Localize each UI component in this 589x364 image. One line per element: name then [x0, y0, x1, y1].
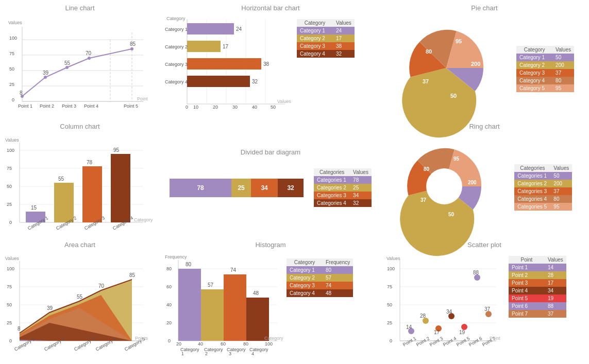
- divbar-legend: CategoriesValues Categories 178 Categori…: [314, 168, 372, 207]
- svg-text:100: 100: [7, 148, 14, 153]
- svg-text:Category: Category: [264, 336, 283, 341]
- svg-text:55: 55: [77, 294, 83, 300]
- divbar-chart-cell: Divided bar diagram 78 25 34 32 Categori…: [160, 118, 381, 237]
- histogram-svg: Frequency 0 20 40 60 80 80: [164, 251, 282, 351]
- histogram-title: Histogram: [164, 241, 377, 249]
- svg-text:50: 50: [7, 184, 12, 189]
- svg-text:0: 0: [9, 220, 12, 225]
- svg-text:Point 6: Point 6: [468, 336, 483, 348]
- svg-text:80: 80: [166, 266, 172, 271]
- svg-text:3: 3: [229, 351, 231, 356]
- svg-text:Point: Point: [137, 96, 148, 101]
- svg-text:0: 0: [390, 338, 392, 343]
- svg-text:8: 8: [20, 90, 23, 96]
- svg-text:70: 70: [98, 283, 105, 289]
- svg-text:19: 19: [459, 330, 465, 335]
- line-chart-svg: Values 0 25 50 75 100: [4, 14, 154, 109]
- svg-text:Category: Category: [134, 217, 153, 222]
- scatter-chart-title: Scatter plot: [385, 241, 583, 249]
- svg-text:17: 17: [223, 44, 229, 49]
- svg-text:100: 100: [265, 341, 273, 346]
- svg-text:80: 80: [424, 166, 430, 172]
- svg-text:85: 85: [130, 41, 136, 47]
- svg-text:200: 200: [468, 180, 477, 185]
- svg-text:Point 2: Point 2: [415, 336, 430, 348]
- svg-text:Category: Category: [166, 16, 186, 21]
- histogram-cell: Histogram Frequency 0 20 40 60 80: [160, 237, 381, 360]
- pie-legend: CategoryValues Category 150 Category 220…: [516, 46, 574, 92]
- svg-text:57: 57: [208, 282, 214, 288]
- histogram-legend: CategoryFrequency Category 180 Category …: [287, 258, 353, 297]
- svg-text:50: 50: [448, 212, 455, 217]
- svg-rect-46: [187, 41, 221, 52]
- svg-text:Point 3: Point 3: [429, 336, 444, 348]
- svg-text:0: 0: [186, 105, 188, 110]
- svg-text:Point 5: Point 5: [124, 103, 138, 109]
- svg-text:0: 0: [9, 338, 12, 343]
- svg-text:75: 75: [387, 284, 392, 289]
- line-y-label: Values: [8, 20, 22, 25]
- svg-text:50: 50: [387, 302, 392, 307]
- svg-text:32: 32: [252, 79, 258, 84]
- area-chart-title: Area chart: [4, 241, 156, 249]
- svg-rect-75: [54, 183, 74, 222]
- svg-text:50: 50: [271, 105, 276, 110]
- pie-chart-cell: Pie chart: [381, 0, 587, 118]
- svg-text:Point 1: Point 1: [18, 103, 32, 109]
- svg-text:Values: Values: [386, 256, 400, 261]
- svg-text:24: 24: [236, 26, 242, 32]
- svg-text:30: 30: [232, 105, 238, 110]
- svg-text:10: 10: [193, 105, 198, 110]
- svg-rect-79: [111, 154, 130, 222]
- svg-text:0: 0: [168, 338, 171, 343]
- line-chart-cell: Line chart Values 0 25 50 75 100: [0, 0, 160, 118]
- hbar-legend: CategoryValues Category 124 Category 217…: [297, 19, 355, 58]
- svg-text:Point 1: Point 1: [402, 336, 417, 348]
- svg-text:0: 0: [12, 97, 14, 102]
- svg-text:25: 25: [9, 82, 14, 87]
- svg-text:74: 74: [230, 267, 237, 273]
- hbar-chart-svg: Category 0 10 20 30 40 50 2: [164, 14, 293, 109]
- svg-point-15: [44, 76, 47, 79]
- svg-text:Category 2: Category 2: [165, 44, 188, 49]
- svg-text:80: 80: [243, 341, 248, 346]
- divided-bar: 78 25 34 32: [170, 179, 304, 197]
- ring-chart-cell: Ring chart 200 50 37: [381, 118, 587, 237]
- svg-text:Category 3: Category 3: [165, 62, 188, 67]
- svg-text:60: 60: [221, 341, 226, 346]
- svg-text:38: 38: [263, 61, 270, 67]
- svg-text:25: 25: [7, 202, 12, 207]
- svg-text:4: 4: [251, 351, 254, 356]
- hbar-chart-title: Horizontal bar chart: [164, 4, 377, 12]
- ring-chart-svg: 200 50 37 80 95: [397, 140, 492, 235]
- pie-chart-svg: 200 50 37 80 95: [395, 22, 498, 117]
- svg-text:Points: Points: [135, 336, 148, 341]
- ring-chart-title: Ring chart: [385, 123, 583, 130]
- svg-text:39: 39: [43, 70, 49, 76]
- svg-point-17: [88, 57, 91, 60]
- svg-text:Point 2: Point 2: [40, 103, 54, 109]
- svg-text:95: 95: [453, 156, 460, 162]
- svg-text:100: 100: [387, 266, 395, 271]
- svg-text:100: 100: [7, 266, 14, 271]
- svg-rect-43: [187, 23, 234, 34]
- svg-text:Frequency: Frequency: [165, 254, 187, 259]
- svg-text:Point 4: Point 4: [84, 103, 98, 109]
- svg-text:37: 37: [423, 78, 429, 84]
- svg-text:95: 95: [456, 38, 462, 44]
- svg-text:40: 40: [252, 105, 257, 110]
- svg-text:55: 55: [64, 60, 71, 66]
- svg-text:55: 55: [58, 176, 64, 182]
- svg-text:25: 25: [7, 320, 12, 325]
- svg-text:75: 75: [9, 51, 14, 56]
- svg-text:37: 37: [420, 197, 427, 203]
- svg-text:100: 100: [9, 36, 17, 41]
- svg-text:Category 4: Category 4: [165, 79, 188, 84]
- svg-text:Point 5: Point 5: [456, 336, 470, 348]
- svg-text:Values: Values: [5, 256, 19, 261]
- svg-rect-77: [82, 166, 102, 222]
- svg-rect-49: [187, 58, 261, 70]
- scatter-chart-cell: Scatter plot Values 0 25 50 75 100: [381, 237, 587, 360]
- svg-text:34: 34: [446, 309, 452, 315]
- svg-text:Point 3: Point 3: [62, 103, 76, 109]
